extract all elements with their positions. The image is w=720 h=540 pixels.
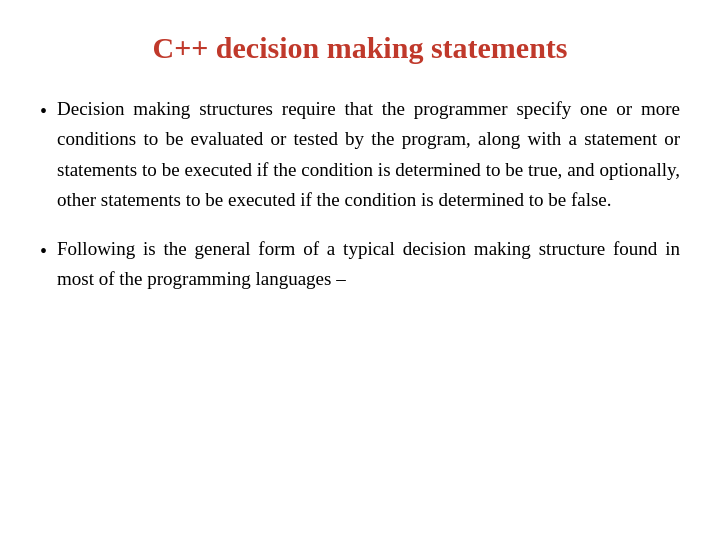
bullet-text-1: Decision making structures require that … [57,94,680,216]
bullet-dot-1: • [40,96,47,126]
bullet-item-1: • Decision making structures require tha… [40,94,680,216]
slide-title: C++ decision making statements [40,30,680,74]
bullet-text-2: Following is the general form of a typic… [57,234,680,295]
bullet-dot-2: • [40,236,47,266]
slide-container: C++ decision making statements • Decisio… [0,0,720,540]
bullet-item-2: • Following is the general form of a typ… [40,234,680,295]
slide-content: • Decision making structures require tha… [40,94,680,510]
